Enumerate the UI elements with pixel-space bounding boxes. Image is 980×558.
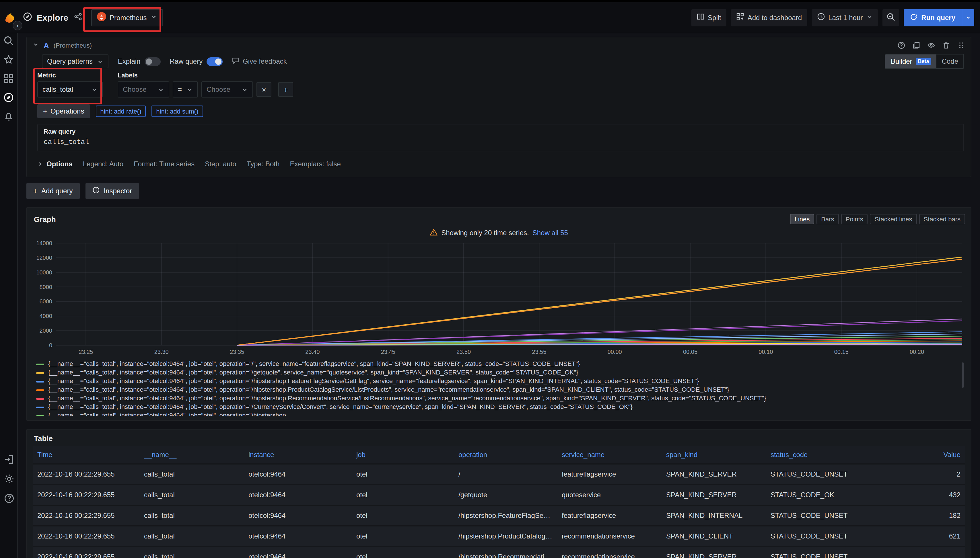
builder-mode-button[interactable]: Builder Beta	[886, 54, 937, 68]
mode-points[interactable]: Points	[841, 214, 868, 224]
svg-text:23:30: 23:30	[155, 349, 169, 355]
show-all-series-link[interactable]: Show all 55	[533, 229, 568, 237]
table-row[interactable]: 2022-10-16 00:22:29.655calls_totalotelco…	[33, 484, 965, 505]
explain-toggle-group: Explain	[118, 57, 161, 66]
give-feedback-link[interactable]: Give feedback	[232, 57, 286, 66]
dashboards-icon[interactable]	[3, 74, 14, 84]
inspector-button[interactable]: Inspector	[85, 183, 139, 199]
search-icon[interactable]	[3, 36, 14, 46]
legend-item[interactable]: {__name__="calls_total", instance="otelc…	[36, 360, 965, 369]
split-icon	[696, 13, 704, 22]
remove-query-trash-icon[interactable]	[942, 41, 950, 49]
explore-nav-icon[interactable]	[3, 92, 14, 103]
remove-label-filter-button[interactable]: ×	[257, 82, 271, 97]
series-limit-warning: Showing only 20 time series. Show all 55	[33, 226, 965, 240]
split-button[interactable]: Split	[691, 9, 727, 26]
hint-add-rate[interactable]: hint: add rate()	[95, 105, 146, 117]
run-query-button[interactable]: Run query	[903, 9, 962, 26]
legend-item[interactable]: {__name__="calls_total", instance="otelc…	[36, 403, 965, 412]
raw-query-text: calls_total	[44, 138, 958, 146]
mode-stacked-bars[interactable]: Stacked bars	[919, 214, 965, 224]
column-header[interactable]: instance	[244, 446, 352, 464]
mode-lines[interactable]: Lines	[790, 214, 814, 224]
run-query-split-button: Run query	[903, 9, 974, 26]
explore-compass-icon	[23, 12, 32, 23]
metric-field-label: Metric	[37, 72, 103, 79]
table-row[interactable]: 2022-10-16 00:22:29.655calls_totalotelco…	[33, 547, 965, 558]
table-cell: 2022-10-16 00:22:29.655	[33, 505, 140, 526]
operations-button[interactable]: + Operations	[37, 104, 90, 118]
label-operator-select[interactable]: =	[173, 81, 198, 97]
query-row-header[interactable]: A (Prometheus)	[27, 37, 971, 53]
share-icon[interactable]	[74, 13, 82, 22]
label-value-placeholder: Choose	[207, 85, 230, 94]
table-row[interactable]: 2022-10-16 00:22:29.655calls_totalotelco…	[33, 505, 965, 526]
options-row: Options Legend: Auto Format: Time series…	[37, 157, 964, 171]
table-cell: featureflagservice	[557, 464, 661, 484]
table-row[interactable]: 2022-10-16 00:22:29.655calls_totalotelco…	[33, 526, 965, 547]
svg-text:23:25: 23:25	[79, 349, 93, 355]
duplicate-query-icon[interactable]	[912, 41, 920, 49]
starred-icon[interactable]	[3, 54, 14, 65]
add-query-button[interactable]: + Add query	[26, 183, 79, 199]
raw-query-toggle[interactable]	[207, 57, 223, 66]
code-mode-button[interactable]: Code	[937, 54, 964, 68]
mode-bars[interactable]: Bars	[817, 214, 839, 224]
label-key-select[interactable]: Choose	[118, 81, 169, 97]
zoom-out-button[interactable]	[882, 9, 899, 26]
time-range-picker[interactable]: Last 1 hour	[812, 9, 878, 26]
query-help-icon[interactable]	[898, 41, 905, 49]
results-table: Time__name__instancejoboperationservice_…	[33, 446, 965, 558]
hide-query-eye-icon[interactable]	[927, 41, 935, 49]
time-series-chart-container: 0200040006000800010000120001400023:2523:…	[33, 240, 965, 358]
column-header[interactable]: operation	[454, 446, 557, 464]
help-icon[interactable]	[4, 493, 14, 504]
svg-text:00:05: 00:05	[683, 349, 697, 355]
add-to-dashboard-button[interactable]: Add to dashboard	[731, 9, 807, 26]
split-label: Split	[708, 13, 721, 21]
alerting-bell-icon[interactable]	[3, 111, 14, 121]
mode-stacked-lines[interactable]: Stacked lines	[870, 214, 917, 224]
legend-item[interactable]: {__name__="calls_total", instance="otelc…	[36, 395, 965, 403]
table-cell: otel	[352, 484, 454, 505]
column-header[interactable]: Time	[33, 446, 140, 464]
table-cell: SPAN_KIND_SERVER	[661, 464, 766, 484]
table-row[interactable]: 2022-10-16 00:22:29.655calls_totalotelco…	[33, 464, 965, 484]
legend-scrollbar[interactable]	[962, 363, 964, 388]
add-label-filter-button[interactable]: +	[278, 82, 293, 97]
metric-select[interactable]: calls_total	[37, 81, 103, 97]
column-header[interactable]: service_name	[557, 446, 661, 464]
window-top-strip	[0, 0, 980, 2]
warning-icon	[430, 228, 438, 238]
metric-field: Metric calls_total	[37, 72, 103, 97]
column-header[interactable]: job	[352, 446, 454, 464]
explain-toggle[interactable]	[144, 57, 160, 66]
column-header[interactable]: span_kind	[661, 446, 766, 464]
column-header[interactable]: status_code	[766, 446, 861, 464]
collapse-chevron-icon[interactable]	[33, 41, 39, 49]
legend-item[interactable]: {__name__="calls_total", instance="otelc…	[36, 386, 965, 395]
label-value-select[interactable]: Choose	[201, 81, 253, 97]
table-header-row: Time__name__instancejoboperationservice_…	[33, 446, 965, 464]
column-header[interactable]: Value	[861, 446, 965, 464]
sidebar-expand-button[interactable]: ›	[13, 21, 22, 30]
builder-code-switch: Builder Beta Code	[885, 54, 964, 69]
options-toggle[interactable]: Options	[37, 160, 72, 168]
column-header[interactable]: __name__	[140, 446, 244, 464]
run-query-dropdown-caret[interactable]	[962, 9, 974, 26]
drag-handle-icon[interactable]	[957, 41, 965, 49]
time-series-chart[interactable]: 0200040006000800010000120001400023:2523:…	[33, 240, 968, 358]
legend-item[interactable]: {__name__="calls_total", instance="otelc…	[36, 412, 965, 416]
query-toolbar: Query patterns Explain Raw query	[42, 53, 964, 69]
hint-add-sum[interactable]: hint: add sum()	[152, 105, 203, 117]
settings-gear-icon[interactable]	[4, 474, 14, 484]
legend-color-marker	[36, 389, 44, 391]
warning-text: Showing only 20 time series.	[441, 229, 529, 237]
datasource-picker[interactable]: Prometheus	[91, 9, 163, 26]
legend-item[interactable]: {__name__="calls_total", instance="otelc…	[36, 377, 965, 386]
table-cell: 2022-10-16 00:22:29.655	[33, 526, 140, 547]
query-patterns-dropdown[interactable]: Query patterns	[42, 54, 109, 68]
query-editor-card: A (Prometheus)	[26, 37, 972, 177]
sign-in-icon[interactable]	[4, 454, 14, 464]
legend-item[interactable]: {__name__="calls_total", instance="otelc…	[36, 369, 965, 377]
